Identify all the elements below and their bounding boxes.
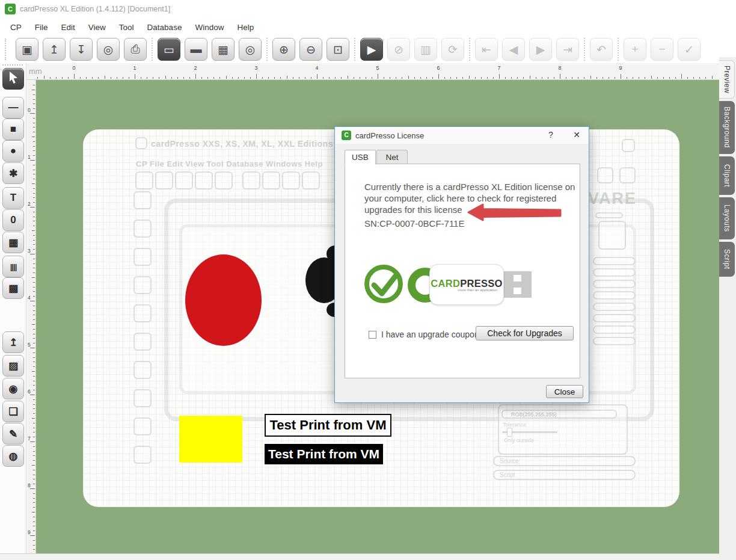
- text-label-inverse[interactable]: Test Print from VM: [265, 444, 383, 464]
- horizontal-ruler: mm 0123456789: [26, 63, 719, 80]
- tab-usb[interactable]: USB: [345, 150, 376, 165]
- ghost-tool-icon: [133, 304, 152, 322]
- import-document-icon: ↧: [76, 43, 86, 57]
- ghost-toolbar-icon: [155, 171, 173, 189]
- ruler-tick: [590, 76, 591, 79]
- ruler-tick: [523, 77, 524, 79]
- upgrade-coupon-checkbox[interactable]: [369, 331, 376, 339]
- menu-cp[interactable]: CP: [4, 20, 28, 34]
- menu-database[interactable]: Database: [141, 20, 189, 34]
- ruler-tick: [499, 74, 500, 79]
- image-tool-button[interactable]: ▨: [2, 355, 24, 377]
- yellow-rectangle-shape[interactable]: [179, 416, 242, 463]
- card-inspect-button[interactable]: ◎: [239, 38, 262, 61]
- open-recent-button[interactable]: ◎: [97, 38, 120, 61]
- ruler-label: 3: [254, 65, 257, 71]
- ruler-label: 9: [619, 65, 622, 71]
- ruler-tick: [33, 108, 35, 109]
- pointer-tool-button[interactable]: [2, 68, 24, 90]
- open-document-button[interactable]: ↥: [43, 38, 66, 61]
- magnetic-stripe-button[interactable]: ▬: [185, 38, 207, 61]
- tab-net[interactable]: Net: [376, 150, 408, 164]
- dialog-title-bar[interactable]: C cardPresso License ? ✕: [335, 127, 589, 144]
- toolbar-drag-handle[interactable]: [5, 38, 8, 60]
- horizontal-scrollbar-track[interactable]: [0, 553, 736, 560]
- import-document-button[interactable]: ↧: [70, 38, 93, 61]
- ruler-tick: [536, 77, 536, 79]
- tab-preview[interactable]: Preview: [719, 60, 735, 99]
- text-label-outlined[interactable]: Test Print from VM: [265, 414, 391, 437]
- dialog-help-button[interactable]: ?: [542, 130, 559, 142]
- ruler-tick: [33, 174, 35, 174]
- fingerprint-tool-icon: ◍: [9, 450, 18, 463]
- ghost-list-row: [593, 257, 636, 265]
- print-button[interactable]: ⎙: [124, 38, 147, 61]
- tab-background[interactable]: Background: [719, 101, 735, 154]
- barcode-tool-button[interactable]: ||||: [2, 256, 24, 277]
- signature-tool-button[interactable]: ✎: [2, 423, 24, 445]
- ruler-tick: [56, 77, 57, 79]
- dialog-close-icon[interactable]: ✕: [568, 130, 585, 142]
- menu-view[interactable]: View: [82, 20, 112, 34]
- card-front-view-button[interactable]: ▭: [158, 38, 180, 61]
- camera-tool-icon: ◉: [9, 383, 18, 395]
- counter-tool-button[interactable]: 0: [2, 209, 24, 231]
- menu-file[interactable]: File: [28, 20, 55, 34]
- menu-edit[interactable]: Edit: [55, 20, 82, 34]
- ruler-tick: [32, 324, 35, 325]
- database-table-view-icon: ▥: [420, 43, 431, 57]
- acquire-image-tool-button[interactable]: ❏: [2, 401, 24, 422]
- menu-help[interactable]: Help: [230, 20, 260, 34]
- text-tool-button[interactable]: T: [2, 187, 24, 209]
- ruler-tick: [135, 74, 135, 79]
- app-logo-icon: C: [5, 4, 16, 14]
- ruler-label: 0: [72, 65, 75, 71]
- ellipse-tool-button[interactable]: ●: [2, 140, 24, 162]
- card-grid-view-button[interactable]: ▦: [212, 38, 235, 61]
- ruler-tick: [444, 77, 445, 79]
- ruler-label: 9: [28, 529, 31, 535]
- toolbar-drag-handle[interactable]: [2, 64, 23, 67]
- qrcode-tool-button[interactable]: ▩: [2, 277, 24, 299]
- tab-clipart[interactable]: Clipart: [719, 156, 735, 195]
- ghost-toolbar-icon: [262, 171, 280, 189]
- fingerprint-tool-button[interactable]: ◍: [2, 445, 24, 467]
- line-tool-icon: —: [8, 102, 19, 114]
- ruler-tick: [33, 132, 35, 132]
- ruler-tick: [578, 77, 578, 79]
- ghost-toolbar-icon: [242, 171, 260, 189]
- upgrade-coupon-label[interactable]: I have an upgrade coupon: [381, 330, 479, 339]
- tab-layouts[interactable]: Layouts: [719, 197, 735, 239]
- ruler-tick: [30, 113, 35, 114]
- line-tool-button[interactable]: —: [2, 97, 24, 118]
- date-tool-button[interactable]: ▦: [2, 232, 24, 253]
- zoom-out-button[interactable]: ⊖: [299, 38, 322, 61]
- ruler-tick: [33, 413, 35, 414]
- ruler-label: 8: [28, 482, 31, 488]
- menu-window[interactable]: Window: [188, 20, 230, 34]
- new-card-document-button[interactable]: ▣: [16, 38, 38, 61]
- rectangle-tool-button[interactable]: ■: [2, 118, 24, 140]
- tab-script[interactable]: Script: [719, 242, 735, 277]
- ruler-tick: [33, 103, 35, 104]
- zoom-in-button[interactable]: ⊕: [272, 38, 295, 61]
- close-button[interactable]: Close: [546, 385, 583, 398]
- camera-tool-button[interactable]: ◉: [2, 378, 24, 399]
- ruler-tick: [554, 77, 554, 79]
- polygon-tool-button[interactable]: ✱: [2, 162, 24, 184]
- image-import-tool-button[interactable]: ↥: [2, 331, 24, 353]
- ruler-tick: [123, 77, 123, 79]
- red-ellipse-shape[interactable]: [185, 254, 262, 346]
- record-first-button: ⇤: [475, 38, 498, 61]
- zoom-fit-button[interactable]: ⊡: [327, 38, 349, 61]
- ruler-label: 2: [194, 65, 197, 71]
- ruler-tick: [33, 366, 35, 367]
- ghost-list-row: [593, 337, 636, 345]
- record-last-button: ⇥: [556, 38, 579, 61]
- record-revert-button: ↶: [590, 38, 613, 61]
- check-for-upgrades-button[interactable]: Check for Upgrades: [476, 326, 574, 340]
- database-connect-button[interactable]: ▶: [360, 38, 383, 61]
- menu-tool[interactable]: Tool: [112, 20, 141, 34]
- ruler-tick: [603, 77, 603, 79]
- ruler-tick: [33, 315, 35, 315]
